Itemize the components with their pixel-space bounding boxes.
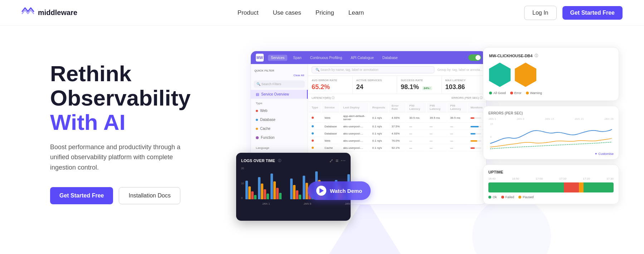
row-p50: 30.5 ms bbox=[406, 113, 426, 123]
tab-api[interactable]: API Catalogue bbox=[348, 55, 377, 61]
uptime-dot-paused bbox=[518, 196, 521, 199]
row-p99: — bbox=[447, 145, 467, 151]
row-error-rate: 4.93% bbox=[389, 131, 406, 137]
bar-group-4 bbox=[290, 179, 301, 199]
dashboard-logo: MW bbox=[256, 54, 264, 62]
nav-use-cases[interactable]: Use cases bbox=[273, 9, 301, 16]
svg-text:16: 16 bbox=[490, 123, 493, 125]
row-last-deploy: aks-userpool-... bbox=[340, 145, 369, 151]
dashboard-toggle[interactable] bbox=[468, 54, 481, 61]
db-status-card: MW-CLICKHOUSE-DB4 ⓘ All Good Error bbox=[483, 47, 619, 101]
errors-x-labels: JAN 1 JAN 8 JAN 15 JAN 21 JAN 28 bbox=[488, 117, 614, 121]
status-info-icon: ⓘ bbox=[535, 53, 538, 58]
sidebar-type-cache[interactable]: Cache bbox=[251, 124, 308, 133]
content-search-input[interactable]: 🔍 Search by name, tag, label or annotati… bbox=[312, 66, 434, 73]
row-error-rate: 4.93% bbox=[389, 113, 406, 123]
th-service: Service bbox=[322, 103, 340, 112]
uptime-bar bbox=[488, 182, 614, 192]
watch-demo-button[interactable]: Watch Demo bbox=[308, 181, 371, 200]
language-label: Language bbox=[251, 145, 308, 151]
hero-cta-primary[interactable]: Get Started Free bbox=[50, 187, 113, 204]
nav-product[interactable]: Product bbox=[238, 9, 259, 16]
row-service: Database bbox=[322, 123, 340, 130]
row-requests: 0.1 rq/s bbox=[369, 131, 388, 137]
right-panel: MW-CLICKHOUSE-DB4 ⓘ All Good Error bbox=[483, 47, 619, 204]
bar bbox=[290, 179, 293, 199]
get-started-button[interactable]: Get Started Free bbox=[562, 6, 623, 20]
logs-info-icon: ⓘ bbox=[278, 158, 281, 163]
metric-label-success: SUCCESS RATE bbox=[401, 79, 438, 82]
hex-green bbox=[489, 63, 511, 87]
latency-label: LATENCY(MS) ⓘ bbox=[312, 96, 335, 100]
services-table-container[interactable]: Type Service Last Deploy Requests Error … bbox=[308, 102, 486, 152]
errors-label: ERRORS (PER SEC) ⓘ bbox=[452, 96, 483, 100]
row-service: Database bbox=[322, 131, 340, 137]
uptime-dot-ok bbox=[488, 196, 491, 199]
legend-dot-green bbox=[489, 92, 492, 94]
clear-all-btn[interactable]: Clear All bbox=[251, 74, 308, 78]
chart-x-labels: JAN 1 JAN 8 JAN 15 bbox=[245, 202, 351, 205]
metric-active-services: ACTIVE SERVICES 24 bbox=[353, 76, 397, 94]
logo-icon bbox=[21, 6, 35, 19]
row-type-dot bbox=[312, 117, 314, 119]
metric-label-services: ACTIVE SERVICES bbox=[356, 79, 394, 82]
nav-learn[interactable]: Learn bbox=[348, 9, 364, 16]
tab-database[interactable]: Database bbox=[380, 55, 401, 61]
nav-links: Product Use cases Pricing Learn bbox=[238, 9, 364, 16]
services-table: Type Service Last Deploy Requests Error … bbox=[308, 102, 486, 152]
bar-group-2 bbox=[258, 177, 269, 199]
logo-text: middleware bbox=[38, 9, 77, 17]
customise-btn[interactable]: ✦ Customise bbox=[488, 152, 614, 156]
row-requests: 0.1 rq/s bbox=[369, 113, 388, 123]
row-last-deploy: aks-userpool-... bbox=[340, 123, 369, 130]
sidebar-type-database[interactable]: Database bbox=[251, 115, 308, 124]
metric-value-latency: 103.86 bbox=[445, 83, 483, 91]
sidebar-service-overview[interactable]: ▤ Service Overview bbox=[251, 90, 308, 99]
table-row: Database aks-userpool-... 0.1 rq/s 4.93%… bbox=[309, 131, 486, 137]
hero-cta-secondary[interactable]: Installation Docs bbox=[119, 187, 180, 204]
row-p99: — bbox=[447, 131, 467, 137]
metric-label-error: AVG ERROR RATE bbox=[312, 79, 349, 82]
login-button[interactable]: Log In bbox=[524, 6, 556, 20]
cache-dot bbox=[256, 128, 258, 130]
logs-expand-btn[interactable]: ⤢ bbox=[329, 158, 333, 163]
chart-header: LATENCY(MS) ⓘ ERRORS (PER SEC) ⓘ bbox=[308, 94, 486, 102]
tab-span[interactable]: Span bbox=[290, 55, 304, 61]
sidebar-search[interactable]: 🔍 Search Filters bbox=[254, 80, 305, 88]
hex-orange bbox=[515, 63, 536, 87]
metric-value-success: 98.1% 24%↑ bbox=[401, 83, 438, 91]
logs-more-btn[interactable]: ⋯ bbox=[341, 158, 346, 163]
hero-visuals: MW Services Span Continuous Profiling AP… bbox=[236, 47, 623, 254]
bar bbox=[261, 184, 263, 199]
x-label-jan15: JAN 15 bbox=[345, 202, 351, 205]
hero-buttons: Get Started Free Installation Docs bbox=[50, 187, 236, 204]
row-type-dot bbox=[312, 147, 314, 149]
row-p95: — bbox=[427, 138, 447, 144]
row-p99: 39.5 ms bbox=[447, 113, 467, 123]
legend-dot-orange bbox=[526, 92, 529, 94]
logo[interactable]: middleware bbox=[21, 6, 77, 19]
bar bbox=[273, 181, 276, 199]
row-p50: — bbox=[406, 131, 426, 137]
logs-settings-icon[interactable]: ≡ bbox=[336, 158, 338, 163]
legend-warning: Warning bbox=[526, 91, 542, 95]
table-row: Web app-alert-default-server 0.1 rq/s 4.… bbox=[309, 113, 486, 123]
sidebar-type-web[interactable]: Web bbox=[251, 106, 308, 115]
row-service: Cache bbox=[322, 145, 340, 151]
tab-services[interactable]: Services bbox=[268, 55, 287, 61]
logs-card-title: LOGS OVER TIME bbox=[241, 158, 275, 163]
bar bbox=[279, 193, 282, 199]
bar bbox=[296, 190, 298, 199]
row-error-rate: 92.1% bbox=[389, 145, 406, 151]
th-last-deploy: Last Deploy bbox=[340, 103, 369, 112]
nav-pricing[interactable]: Pricing bbox=[316, 9, 334, 16]
bar bbox=[254, 195, 257, 199]
row-error-rate: 37.5% bbox=[389, 123, 406, 130]
uptime-legend-failed: Failed bbox=[501, 195, 514, 199]
play-icon bbox=[316, 186, 326, 196]
errors-chart-title: ERRORS (PER SEC) bbox=[488, 111, 614, 115]
logs-card-actions: ⤢ ≡ ⋯ bbox=[329, 158, 346, 163]
sidebar-type-function[interactable]: Function bbox=[251, 133, 308, 142]
bar bbox=[267, 194, 269, 199]
tab-profiling[interactable]: Continuous Profiling bbox=[307, 55, 345, 61]
